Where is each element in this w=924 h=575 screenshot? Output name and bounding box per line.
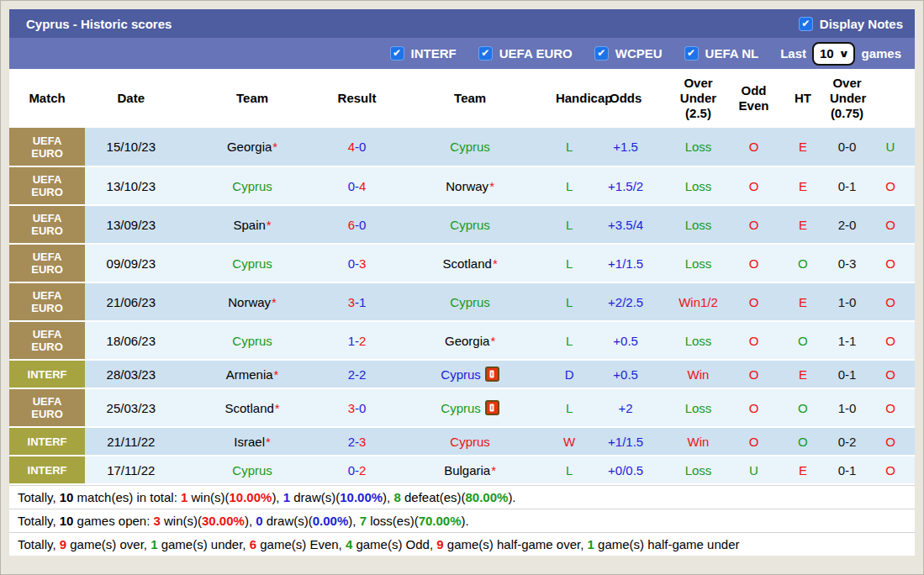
summary-segment: 10.00% bbox=[230, 490, 272, 504]
odds-cell: Loss bbox=[667, 128, 730, 166]
table-body: UEFA EURO15/10/23Georgia*4-0CyprusL+1.5L… bbox=[9, 128, 915, 484]
date-cell: 13/10/23 bbox=[85, 166, 177, 205]
odds-cell: Loss bbox=[667, 456, 730, 484]
team-name: Armenia bbox=[226, 367, 273, 382]
competition-label: UEFA EURO bbox=[22, 135, 72, 160]
table-row: UEFA EURO25/03/23Scotland*3-0CyprusL+2Lo… bbox=[9, 388, 915, 427]
team-name: Cyprus bbox=[232, 463, 272, 477]
team: Cyprus bbox=[450, 218, 490, 232]
home-score: 3 bbox=[348, 295, 355, 309]
team-name: Israel bbox=[234, 435, 265, 449]
home-star-icon: * bbox=[275, 401, 280, 415]
over-under-25-cell: O bbox=[730, 388, 778, 427]
filter-uefa-nl-label: UEFA NL bbox=[705, 46, 759, 61]
over-under-075-cell: O bbox=[866, 205, 915, 244]
over-under-075-cell: O bbox=[866, 388, 915, 427]
date-cell: 13/09/23 bbox=[85, 205, 177, 244]
date-cell: 21/06/23 bbox=[85, 282, 177, 321]
result-cell: 2-2 bbox=[328, 360, 387, 388]
home-star-icon: * bbox=[272, 140, 277, 154]
home-star-icon: * bbox=[493, 256, 498, 271]
summary-segment: 0 bbox=[256, 514, 262, 528]
ht-cell: 0-0 bbox=[828, 128, 866, 166]
filter-uefa-euro-checkbox[interactable]: ✔ bbox=[478, 46, 493, 61]
summary-segment: 7 bbox=[360, 514, 367, 528]
team-name: Bulgaria bbox=[444, 463, 490, 477]
summary-segment: ), bbox=[272, 490, 282, 504]
team-name: Norway bbox=[228, 295, 271, 309]
summary-section: Totally, 10 match(es) in total: 1 win(s)… bbox=[9, 485, 915, 556]
wdl-cell: L bbox=[554, 128, 584, 166]
filter-uefa-nl-checkbox[interactable]: ✔ bbox=[684, 46, 699, 61]
chevron-down-icon: ∨ bbox=[838, 48, 849, 60]
team: Spain* bbox=[233, 218, 271, 232]
result-cell: 3-0 bbox=[328, 388, 387, 427]
team: Israel* bbox=[234, 435, 271, 449]
last-label: Last bbox=[780, 46, 806, 61]
summary-segment: loss(es)( bbox=[367, 514, 419, 528]
away-score: 0 bbox=[359, 401, 366, 415]
display-notes-toggle[interactable]: ✔ Display Notes bbox=[799, 17, 903, 31]
filter-interf-checkbox[interactable]: ✔ bbox=[390, 46, 404, 61]
table-row: UEFA EURO15/10/23Georgia*4-0CyprusL+1.5L… bbox=[9, 128, 915, 166]
team: Cyprus bbox=[450, 295, 490, 309]
summary-segment: Totally, bbox=[18, 537, 60, 551]
summary-segment: 9 bbox=[436, 537, 443, 551]
table-row: UEFA EURO13/09/23Spain*6-0CyprusL+3.5/4L… bbox=[9, 205, 915, 244]
summary-segment: 3 bbox=[154, 514, 161, 528]
home-score: 6 bbox=[348, 218, 355, 232]
home-star-icon: * bbox=[490, 334, 495, 348]
table-row: UEFA EURO18/06/23Cyprus1-2Georgia*L+0.5L… bbox=[9, 321, 915, 360]
team: Armenia* bbox=[226, 367, 279, 382]
away-team-cell: Cyprus bbox=[386, 282, 554, 321]
home-team-cell: Israel* bbox=[177, 427, 328, 456]
display-notes-label: Display Notes bbox=[820, 17, 903, 31]
away-team-cell: Scotland* bbox=[386, 244, 554, 282]
over-under-075-cell: O bbox=[866, 282, 915, 321]
history-table: MatchDateTeamResultTeamHandicapOddsOver … bbox=[9, 69, 915, 485]
filter-wcpeu-label: WCPEU bbox=[615, 46, 663, 61]
over-under-075-cell: U bbox=[866, 128, 915, 166]
over-under-075-cell: O bbox=[866, 360, 915, 388]
ht-cell: 0-3 bbox=[828, 244, 866, 282]
team: Cyprus bbox=[232, 256, 272, 271]
wdl-cell: L bbox=[554, 282, 584, 321]
odds-cell: Win bbox=[667, 360, 730, 388]
summary-segment: Totally, bbox=[18, 514, 60, 528]
filter-interf[interactable]: ✔ INTERF bbox=[390, 46, 457, 61]
team-name: Norway bbox=[446, 179, 488, 193]
team-name: Cyprus bbox=[450, 218, 490, 232]
filter-wcpeu-checkbox[interactable]: ✔ bbox=[594, 46, 609, 61]
team-name: Cyprus bbox=[450, 435, 490, 449]
filter-uefa-nl[interactable]: ✔ UEFA NL bbox=[684, 46, 759, 61]
wdl-cell: D bbox=[554, 360, 584, 388]
last-games-value: 10 bbox=[820, 46, 834, 61]
filter-bar: ✔ INTERF ✔ UEFA EURO ✔ WCPEU ✔ UEFA NL L… bbox=[9, 38, 915, 69]
summary-segment: 10.00% bbox=[340, 490, 383, 504]
date-cell: 21/11/22 bbox=[85, 427, 177, 456]
filter-wcpeu[interactable]: ✔ WCPEU bbox=[594, 46, 663, 61]
summary-segment: 10 bbox=[60, 514, 74, 528]
match-competition-cell: INTERF bbox=[9, 360, 85, 388]
away-score: 2 bbox=[359, 463, 366, 477]
result-cell: 0-2 bbox=[328, 456, 387, 484]
away-score: 3 bbox=[359, 435, 366, 449]
team: Cyprus bbox=[441, 367, 499, 382]
odd-even-cell: E bbox=[778, 360, 828, 388]
handicap-cell: +0/0.5 bbox=[584, 456, 667, 484]
home-team-cell: Spain* bbox=[177, 205, 328, 244]
team-name: Cyprus bbox=[232, 179, 272, 193]
home-team-cell: Norway* bbox=[177, 282, 328, 321]
table-row: INTERF17/11/22Cyprus0-2Bulgaria*L+0/0.5L… bbox=[9, 456, 915, 484]
competition-label: UEFA EURO bbox=[22, 289, 72, 314]
team-name: Spain bbox=[233, 218, 265, 232]
summary-segment: game(s) half-game under bbox=[594, 537, 740, 551]
summary-segment: ), bbox=[348, 514, 359, 528]
team: Scotland* bbox=[443, 256, 498, 271]
table-row: UEFA EURO13/10/23Cyprus0-4Norway*L+1.5/2… bbox=[9, 166, 915, 205]
display-notes-checkbox[interactable]: ✔ bbox=[799, 17, 813, 31]
filter-uefa-euro[interactable]: ✔ UEFA EURO bbox=[478, 46, 573, 61]
last-games-select[interactable]: 10 ∨ bbox=[812, 42, 855, 66]
handicap-cell: +0.5 bbox=[584, 321, 667, 360]
home-team-cell: Armenia* bbox=[177, 360, 328, 388]
